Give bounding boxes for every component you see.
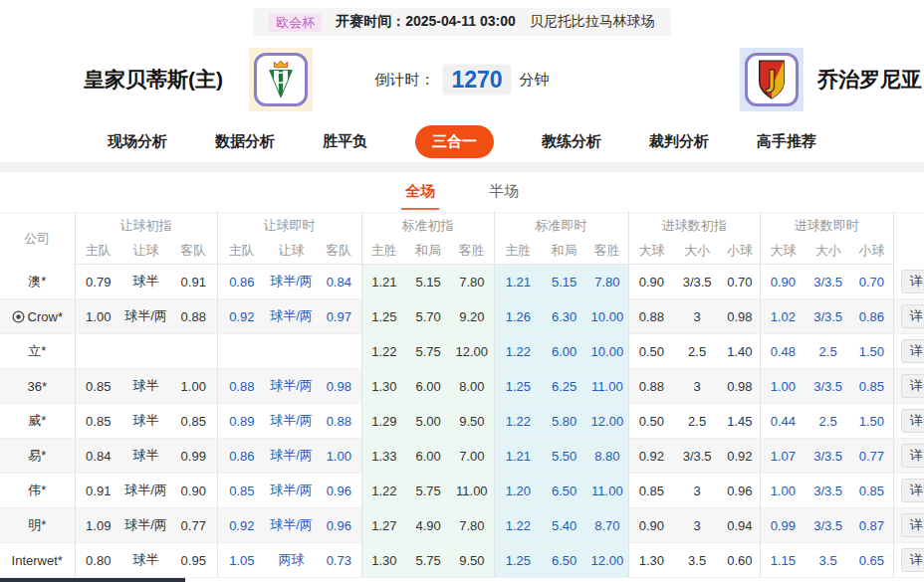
odds-cell: 球半/两 [121,508,170,543]
column-sub-header: 和局 [406,239,450,265]
column-sub-header: 客队 [317,239,361,265]
odds-cell [217,334,266,369]
company-cell: 威* [0,404,75,439]
odds-cell: 2.5 [674,334,720,369]
detail-button[interactable]: 详 [901,339,924,363]
odds-table: 公司让球初指让球即时标准初指标准即时进球数初指进球数即时主队让球客队主队让球客队… [0,212,924,578]
odds-cell: 7.80 [586,265,628,299]
odds-cell: 9.50 [450,404,494,439]
odds-cell: 3 [674,474,720,508]
odds-cell: 3/3.5 [806,299,850,334]
odds-cell: 3 [674,508,720,543]
home-team-badge [249,48,313,111]
tab-coach-analysis[interactable]: 教练分析 [542,132,601,151]
odds-cell: 0.86 [217,439,266,474]
tab-three-in-one[interactable]: 三合一 [415,125,494,158]
detail-button[interactable]: 详 [901,270,924,293]
odds-cell: 球半 [121,404,170,439]
match-header: 皇家贝蒂斯(主) 倒计时： 1270 分钟 [0,38,924,121]
odds-cell: 1.30 [628,543,674,578]
odds-cell: 1.21 [494,439,542,474]
odds-cell: 1.25 [494,543,542,578]
odds-cell: 0.96 [720,474,760,508]
detail-button[interactable]: 详 [901,548,924,572]
odds-cell: 球半/两 [266,369,317,404]
odds-cell: 6.00 [406,439,450,474]
odds-cell: 0.99 [760,508,806,543]
odds-cell: 2.5 [806,404,850,439]
tab-expert-picks[interactable]: 高手推荐 [757,132,816,151]
odds-cell: 9.50 [450,543,494,578]
odds-cell: 球半 [121,439,170,474]
company-column-header: 公司 [0,213,75,265]
odds-cell [121,334,170,369]
odds-cell: 1.22 [494,334,542,369]
subtab-half-match[interactable]: 半场 [485,182,523,208]
odds-cell: 1.50 [850,404,893,439]
odds-cell: 3/3.5 [674,439,720,474]
odds-cell: 2.5 [806,334,850,369]
odds-cell: 0.84 [317,265,361,299]
odds-cell: 3/3.5 [806,265,850,299]
away-team-name: 乔治罗尼亚 [817,66,922,94]
odds-cell: 0.90 [628,265,674,299]
company-cell: Crow* [0,299,75,334]
odds-cell: 0.88 [628,299,674,334]
table-row: 澳*0.79球半0.910.86球半/两0.841.215.157.801.21… [0,265,924,299]
odds-cell: 0.85 [850,474,893,508]
detail-button[interactable]: 详 [901,374,924,398]
subtab-full-match[interactable]: 全场 [401,182,439,210]
odds-cell: 1.09 [75,508,121,543]
odds-cell: 7.80 [450,508,494,543]
detail-button[interactable]: 详 [901,409,924,433]
odds-cell: 5.50 [542,439,586,474]
detail-cell: 详 [893,439,924,474]
odds-cell: 1.45 [720,404,760,439]
odds-table-header: 公司让球初指让球即时标准初指标准即时进球数初指进球数即时主队让球客队主队让球客队… [0,213,924,265]
odds-table-body: 澳*0.79球半0.910.86球半/两0.841.215.157.801.21… [0,265,924,578]
tab-referee-analysis[interactable]: 裁判分析 [649,132,709,151]
odds-cell: 0.95 [170,543,217,578]
odds-cell: 0.96 [317,474,361,508]
odds-cell: 6.25 [542,369,586,404]
odds-cell: 7.80 [450,265,494,299]
odds-cell: 0.90 [170,474,217,508]
odds-cell: 11.00 [450,474,494,508]
odds-cell: 0.85 [75,369,121,404]
tab-live-analysis[interactable]: 现场分析 [108,132,167,151]
odds-cell: 5.75 [406,334,450,369]
company-cell: 伟* [0,474,75,508]
detail-button[interactable]: 详 [901,444,924,468]
odds-cell: 1.00 [760,369,806,404]
company-cell: 36* [0,369,75,404]
tab-win-draw-lose[interactable]: 胜平负 [323,132,367,151]
column-group-header: 进球数即时 [760,213,893,239]
odds-cell: 12.00 [450,334,494,369]
odds-cell: 1.25 [494,369,542,404]
odds-cell: 0.88 [628,369,674,404]
column-sub-header: 主队 [217,239,266,265]
detail-cell: 详 [893,265,924,299]
column-sub-header: 大球 [628,239,674,265]
odds-cell: 1.15 [760,543,806,578]
column-sub-header: 主胜 [494,239,542,265]
detail-button[interactable]: 详 [901,479,924,502]
column-sub-header: 让球 [121,239,170,265]
odds-cell: 0.70 [850,265,893,299]
odds-cell: 球半/两 [121,474,170,508]
detail-button[interactable]: 详 [901,304,924,328]
next-section-edge [0,578,185,582]
odds-cell: 0.84 [75,439,121,474]
odds-cell: 球半 [121,265,170,299]
odds-cell: 4.90 [406,508,450,543]
odds-cell: 球半/两 [266,474,317,508]
detail-cell: 详 [893,508,924,543]
detail-column-header [893,213,924,265]
detail-cell: 详 [893,543,924,578]
company-cell: 明* [0,508,75,543]
odds-cell: 两球 [266,543,317,578]
odds-cell: 0.92 [217,299,266,334]
odds-cell: 5.40 [542,508,586,543]
tab-data-analysis[interactable]: 数据分析 [215,132,275,151]
detail-button[interactable]: 详 [901,513,924,537]
